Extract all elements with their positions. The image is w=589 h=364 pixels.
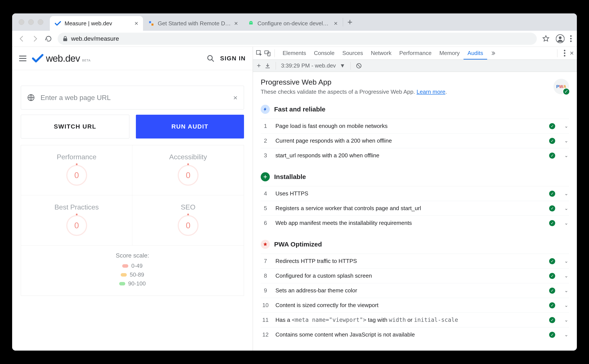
metric-performance: Performance 0 (21, 145, 132, 195)
devtools-tab-memory[interactable]: Memory (435, 47, 463, 59)
chevron-down-icon: ⌄ (564, 153, 568, 158)
audit-text: Current page responds with a 200 when of… (275, 137, 543, 144)
devtools-tabbar: ElementsConsoleSourcesNetworkPerformance… (253, 47, 577, 60)
tab-0[interactable]: Measure | web.dev × (50, 16, 143, 31)
profile-button[interactable] (556, 34, 564, 43)
devtools-tab-console[interactable]: Console (310, 47, 338, 59)
metric-value: 0 (186, 171, 190, 180)
devtools-tab-sources[interactable]: Sources (339, 47, 367, 59)
tab-close-icon[interactable]: × (234, 20, 238, 27)
audit-number: 4 (261, 190, 269, 197)
devtools-tab-performance[interactable]: Performance (395, 47, 435, 59)
audit-section-header: Installable (261, 172, 569, 184)
devtools-tab-elements[interactable]: Elements (279, 47, 310, 59)
clear-icon[interactable]: × (233, 93, 238, 102)
clear-audit-icon[interactable] (356, 63, 362, 69)
chevron-down-icon: ⌄ (564, 303, 568, 308)
more-tabs-icon[interactable] (490, 50, 496, 56)
audit-row[interactable]: 11Has a <meta name="viewport"> tag with … (261, 312, 569, 327)
pass-icon: ✓ (549, 205, 555, 211)
tab-title: Configure on-device develope (257, 20, 331, 27)
logo-beta: BETA (82, 59, 91, 62)
audit-row[interactable]: 4Uses HTTPS✓⌄ (261, 186, 569, 201)
audit-number: 12 (261, 331, 269, 338)
run-audit-button[interactable]: RUN AUDIT (136, 115, 244, 138)
new-tab-button[interactable]: + (347, 17, 352, 27)
audit-row[interactable]: 1Page load is fast enough on mobile netw… (261, 119, 569, 133)
download-icon[interactable] (265, 63, 270, 69)
chevron-down-icon: ⌄ (564, 332, 568, 338)
audit-row[interactable]: 8Configured for a custom splash screen✓⌄ (261, 268, 569, 283)
back-button[interactable] (17, 34, 26, 43)
audit-number: 3 (261, 152, 269, 159)
pass-icon: ✓ (549, 302, 555, 308)
content-area: web.dev BETA SIGN IN × SWIT (12, 47, 577, 351)
learn-more-link[interactable]: Learn more (416, 89, 445, 95)
signin-button[interactable]: SIGN IN (220, 55, 246, 62)
bookmark-star-icon[interactable] (542, 34, 550, 43)
tab-title: Measure | web.dev (65, 20, 131, 27)
audits-title: Progressive Web App (261, 78, 569, 86)
metric-title: Accessibility (137, 153, 240, 161)
audit-row[interactable]: 12Contains some content when JavaScript … (261, 327, 569, 342)
traffic-light-close[interactable] (19, 19, 24, 25)
tab-title: Get Started with Remote Debu (158, 20, 231, 27)
audit-row[interactable]: 2Current page responds with a 200 when o… (261, 133, 569, 148)
audit-number: 11 (261, 317, 269, 323)
url-input[interactable] (21, 86, 244, 110)
audit-number: 8 (261, 273, 269, 279)
devtools-tab-audits[interactable]: Audits (463, 47, 487, 59)
device-toggle-icon[interactable] (264, 50, 271, 57)
address-bar[interactable]: web.dev/measure (58, 33, 537, 45)
metric-seo: SEO 0 (132, 195, 244, 246)
gauge-icon: 0 (66, 215, 87, 236)
gauge-icon: 0 (66, 165, 87, 186)
audit-row[interactable]: 7Redirects HTTP traffic to HTTPS✓⌄ (261, 254, 569, 268)
pass-icon: ✓ (549, 153, 555, 159)
svg-point-3 (251, 22, 252, 23)
tab-1[interactable]: Get Started with Remote Debu × (143, 16, 243, 31)
bolt-icon (261, 105, 270, 114)
page-webdev: web.dev BETA SIGN IN × SWIT (12, 47, 253, 351)
svg-point-6 (559, 36, 562, 39)
audits-toolbar: + 3:39:29 PM - web.dev ▼ (253, 60, 577, 72)
lock-icon (63, 36, 68, 42)
audit-row[interactable]: 9Sets an address-bar theme color✓⌄ (261, 283, 569, 298)
devtools-tab-network[interactable]: Network (367, 47, 395, 59)
audit-row[interactable]: 6Web app manifest meets the installabili… (261, 215, 569, 230)
switch-url-button[interactable]: SWITCH URL (21, 115, 129, 138)
url-text: web.dev/measure (71, 35, 119, 42)
audit-number: 6 (261, 220, 269, 226)
hamburger-menu-icon[interactable] (19, 56, 27, 61)
audit-text: Sets an address-bar theme color (275, 287, 543, 294)
new-audit-icon[interactable]: + (257, 62, 261, 70)
traffic-light-zoom[interactable] (38, 19, 43, 25)
metric-value: 0 (74, 171, 79, 180)
audit-row[interactable]: 10Content is sized correctly for the vie… (261, 298, 569, 312)
inspect-element-icon[interactable] (256, 50, 262, 57)
reload-button[interactable] (44, 34, 53, 43)
tab-2[interactable]: Configure on-device develope × (243, 16, 342, 31)
browser-toolbar: web.dev/measure (12, 31, 577, 47)
audit-row[interactable]: 5Registers a service worker that control… (261, 201, 569, 215)
chevron-down-icon: ⌄ (564, 288, 568, 293)
gauge-icon: 0 (178, 215, 199, 236)
devtools-menu-icon[interactable] (564, 50, 565, 57)
audit-row[interactable]: 3start_url responds with a 200 when offl… (261, 148, 569, 163)
site-header: web.dev BETA SIGN IN (12, 47, 253, 70)
tab-close-icon[interactable]: × (334, 20, 338, 27)
traffic-light-minimize[interactable] (28, 19, 34, 25)
browser-menu-button[interactable] (570, 35, 572, 42)
site-logo[interactable]: web.dev BETA (32, 53, 91, 64)
forward-button[interactable] (31, 34, 40, 43)
score-scale-title: Score scale: (25, 252, 240, 259)
search-icon[interactable] (206, 54, 215, 63)
audit-number: 7 (261, 258, 269, 264)
audit-run-label[interactable]: 3:39:29 PM - web.dev (281, 62, 336, 69)
svg-rect-4 (63, 38, 67, 41)
audit-number: 1 (261, 123, 269, 130)
devtools-close-icon[interactable]: × (570, 49, 574, 57)
tab-close-icon[interactable]: × (134, 20, 138, 27)
pass-icon: ✓ (549, 288, 555, 294)
dropdown-caret-icon[interactable]: ▼ (340, 62, 345, 69)
